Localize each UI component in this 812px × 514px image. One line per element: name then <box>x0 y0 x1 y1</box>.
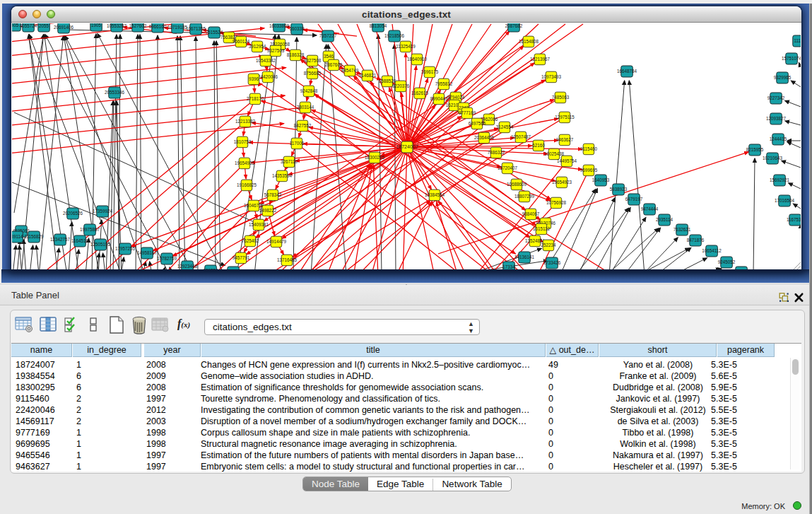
svg-text:8186328: 8186328 <box>287 52 305 57</box>
svg-text:8756685: 8756685 <box>304 71 322 76</box>
svg-text:10782759: 10782759 <box>157 256 177 261</box>
svg-text:13716485: 13716485 <box>277 257 298 262</box>
svg-text:1640953: 1640953 <box>592 177 610 182</box>
svg-text:9329965: 9329965 <box>774 75 792 80</box>
svg-text:9660124: 9660124 <box>233 39 250 44</box>
svg-text:10688609: 10688609 <box>507 182 527 187</box>
svg-text:1588520: 1588520 <box>379 78 396 83</box>
svg-text:7955812: 7955812 <box>435 81 453 86</box>
svg-text:14353594: 14353594 <box>272 173 293 178</box>
svg-text:9115460: 9115460 <box>580 146 598 151</box>
svg-text:9463627: 9463627 <box>556 137 574 142</box>
svg-text:2935114: 2935114 <box>656 217 673 222</box>
svg-text:15720407: 15720407 <box>498 165 518 170</box>
svg-text:15751074: 15751074 <box>782 56 801 61</box>
svg-text:10507487: 10507487 <box>511 134 531 139</box>
svg-text:1498222: 1498222 <box>259 208 277 213</box>
svg-text:14958167: 14958167 <box>137 250 158 255</box>
svg-text:9227342: 9227342 <box>767 95 785 100</box>
svg-text:10654112: 10654112 <box>702 248 722 253</box>
svg-text:19654935: 19654935 <box>235 160 255 165</box>
svg-text:9474444: 9474444 <box>641 206 659 211</box>
svg-text:17957255: 17957255 <box>115 246 136 251</box>
svg-text:1905: 1905 <box>91 23 102 28</box>
svg-text:4055724: 4055724 <box>20 23 37 28</box>
svg-text:6479197: 6479197 <box>625 197 643 201</box>
svg-text:19218506: 19218506 <box>384 33 405 38</box>
svg-text:16046738: 16046738 <box>244 203 264 208</box>
svg-text:7486322: 7486322 <box>488 150 505 155</box>
svg-text:10719185: 10719185 <box>167 25 188 30</box>
svg-text:20364436: 20364436 <box>474 135 495 140</box>
svg-text:18724007: 18724007 <box>396 144 418 149</box>
svg-text:12505195: 12505195 <box>90 242 111 247</box>
svg-text:12923448: 12923448 <box>177 264 198 269</box>
svg-text:39114: 39114 <box>12 234 23 239</box>
svg-text:24420046: 24420046 <box>258 74 278 79</box>
svg-text:20691406: 20691406 <box>54 25 74 30</box>
svg-text:18300295: 18300295 <box>365 155 385 160</box>
svg-text:129234: 129234 <box>203 268 218 269</box>
svg-text:10543342: 10543342 <box>256 58 276 63</box>
svg-text:16033809: 16033809 <box>269 23 290 28</box>
svg-text:8454749: 8454749 <box>341 68 359 73</box>
svg-text:19975867: 19975867 <box>80 227 100 232</box>
svg-text:7515524: 7515524 <box>206 30 223 35</box>
svg-text:1162615: 1162615 <box>411 90 429 95</box>
svg-text:15409341: 15409341 <box>249 222 269 227</box>
svg-text:2087682: 2087682 <box>505 23 523 28</box>
svg-text:8220376: 8220376 <box>392 83 410 88</box>
svg-text:9245052: 9245052 <box>718 259 736 264</box>
svg-text:19384554: 19384554 <box>425 192 445 197</box>
svg-text:10210643: 10210643 <box>763 156 783 160</box>
svg-text:9242848: 9242848 <box>300 88 318 93</box>
svg-text:12975115: 12975115 <box>555 115 575 119</box>
svg-text:8427552: 8427552 <box>294 123 312 128</box>
svg-text:8990443: 8990443 <box>430 96 448 101</box>
svg-text:19654923: 19654923 <box>552 180 572 185</box>
svg-text:1164519: 1164519 <box>71 238 89 243</box>
svg-text:10671355: 10671355 <box>186 26 206 31</box>
svg-text:8471876: 8471876 <box>687 238 705 243</box>
svg-text:12213382: 12213382 <box>235 119 256 124</box>
svg-text:9794024: 9794024 <box>447 95 465 100</box>
svg-text:1244415: 1244415 <box>770 136 787 141</box>
svg-text:5678342: 5678342 <box>264 192 282 197</box>
svg-text:1117: 1117 <box>794 38 801 43</box>
svg-text:7632621: 7632621 <box>673 227 691 232</box>
svg-text:2718170: 2718170 <box>247 96 264 101</box>
svg-text:3124554: 3124554 <box>496 124 514 129</box>
svg-text:3912954: 3912954 <box>249 44 266 49</box>
svg-text:20206526: 20206526 <box>63 211 83 216</box>
svg-text:14914479: 14914479 <box>266 239 287 244</box>
svg-text:17359924: 17359924 <box>93 209 113 214</box>
svg-text:1615112: 1615112 <box>533 226 551 231</box>
svg-text:10973493: 10973493 <box>541 74 562 79</box>
svg-text:17334: 17334 <box>502 264 515 269</box>
svg-text:2803144: 2803144 <box>297 105 314 110</box>
svg-text:6497565: 6497565 <box>469 121 486 126</box>
svg-text:160338: 160338 <box>289 26 305 31</box>
svg-text:12342757: 12342757 <box>50 237 71 242</box>
svg-text:9327503: 9327503 <box>267 48 285 53</box>
svg-text:11325419: 11325419 <box>396 44 416 49</box>
svg-text:20553346: 20553346 <box>105 90 125 95</box>
svg-text:2055: 2055 <box>39 23 49 28</box>
svg-text:1167534: 1167534 <box>787 217 801 222</box>
svg-text:9777169: 9777169 <box>459 110 476 115</box>
svg-text:3267110: 3267110 <box>281 159 298 164</box>
svg-text:9396: 9396 <box>249 76 259 81</box>
svg-text:62160: 62160 <box>532 143 545 148</box>
svg-text:2867608: 2867608 <box>325 62 343 67</box>
svg-text:1733426: 1733426 <box>543 260 561 265</box>
svg-text:1527602: 1527602 <box>129 23 147 28</box>
svg-text:16154808: 16154808 <box>519 39 539 44</box>
svg-text:14136141: 14136141 <box>514 255 535 259</box>
svg-text:1810753: 1810753 <box>234 139 252 144</box>
svg-text:10025438: 10025438 <box>544 151 565 156</box>
svg-text:8813054: 8813054 <box>370 23 387 28</box>
svg-text:8215955: 8215955 <box>746 147 764 152</box>
svg-text:6966160: 6966160 <box>149 24 167 29</box>
svg-text:10553287: 10553287 <box>107 23 127 28</box>
svg-text:405: 405 <box>12 23 19 28</box>
